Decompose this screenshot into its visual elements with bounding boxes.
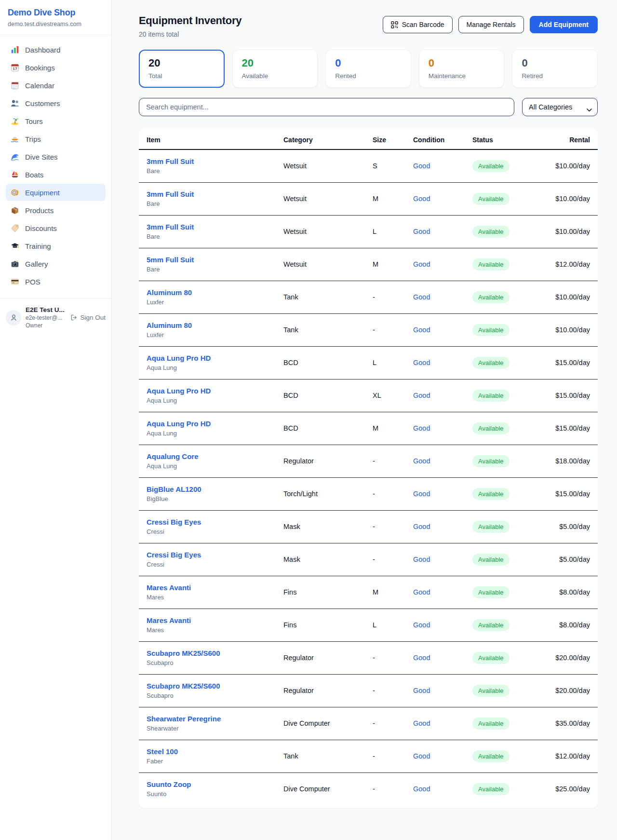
item-condition-link[interactable]: Good	[413, 228, 430, 235]
item-category: Tank	[276, 313, 365, 346]
header-buttons: Scan Barcode Manage Rentals Add Equipmen…	[383, 14, 598, 33]
item-brand: Cressi	[147, 561, 272, 568]
item-condition-link[interactable]: Good	[413, 654, 430, 662]
item-name-link[interactable]: Aluminum 80	[147, 288, 272, 297]
item-name-link[interactable]: 3mm Full Suit	[147, 157, 272, 165]
stat-card-retired[interactable]: 0Retired	[512, 50, 598, 88]
sidebar-item-tours[interactable]: Tours	[6, 112, 106, 130]
item-brand: Bare	[147, 200, 272, 207]
sidebar-item-bookings[interactable]: 17Bookings	[6, 59, 106, 76]
item-rental: $15.00/day	[542, 379, 598, 412]
wave-icon	[11, 152, 19, 161]
scan-barcode-button[interactable]: Scan Barcode	[383, 16, 453, 33]
sidebar-item-training[interactable]: Training	[6, 237, 106, 255]
sidebar-item-products[interactable]: Products	[6, 202, 106, 219]
item-name-link[interactable]: Aluminum 80	[147, 321, 272, 329]
item-condition-link[interactable]: Good	[413, 555, 430, 563]
item-condition-link[interactable]: Good	[413, 752, 430, 760]
item-name-link[interactable]: Mares Avanti	[147, 616, 272, 624]
status-badge: Available	[472, 488, 510, 500]
status-badge: Available	[472, 554, 510, 566]
search-input[interactable]	[139, 98, 514, 116]
sidebar-item-pos[interactable]: POS	[6, 273, 106, 290]
brand[interactable]: Demo Dive Shop demo.test.divestreams.com	[0, 0, 111, 35]
table-row: 5mm Full SuitBareWetsuitMGoodAvailable$1…	[139, 248, 598, 281]
item-condition-link[interactable]: Good	[413, 162, 430, 170]
item-name-link[interactable]: Cressi Big Eyes	[147, 518, 272, 526]
item-condition-link[interactable]: Good	[413, 687, 430, 694]
column-header-status: Status	[465, 129, 542, 149]
item-condition-link[interactable]: Good	[413, 195, 430, 203]
table-row: Mares AvantiMaresFinsMGoodAvailable$8.00…	[139, 576, 598, 609]
item-category: Wetsuit	[276, 248, 365, 281]
item-condition-link[interactable]: Good	[413, 457, 430, 465]
stat-card-total[interactable]: 20Total	[139, 50, 225, 88]
item-condition-link[interactable]: Good	[413, 785, 430, 793]
sidebar-item-dive-sites[interactable]: Dive Sites	[6, 148, 106, 165]
manage-rentals-button[interactable]: Manage Rentals	[458, 16, 524, 33]
table-row: Shearwater PeregrineShearwaterDive Compu…	[139, 707, 598, 740]
sidebar-item-label: Calendar	[25, 81, 54, 90]
sidebar-item-boats[interactable]: Boats	[6, 166, 106, 183]
item-name-link[interactable]: 3mm Full Suit	[147, 190, 272, 198]
item-name-link[interactable]: Aqua Lung Pro HD	[147, 420, 272, 428]
item-category: Wetsuit	[276, 182, 365, 215]
item-condition-link[interactable]: Good	[413, 359, 430, 366]
item-rental: $5.00/day	[542, 510, 598, 543]
item-category: BCD	[276, 379, 365, 412]
item-condition-link[interactable]: Good	[413, 326, 430, 334]
table-row: Cressi Big EyesCressiMask-GoodAvailable$…	[139, 510, 598, 543]
item-condition-link[interactable]: Good	[413, 621, 430, 629]
sign-out-button[interactable]: Sign Out	[70, 314, 106, 321]
sidebar-item-trips[interactable]: Trips	[6, 130, 106, 148]
sidebar-item-gallery[interactable]: Gallery	[6, 255, 106, 272]
item-name-link[interactable]: Aqua Lung Pro HD	[147, 354, 272, 362]
sidebar-item-dashboard[interactable]: Dashboard	[6, 41, 106, 58]
sidebar-item-calendar[interactable]: Calendar	[6, 77, 106, 94]
item-name-link[interactable]: Scubapro MK25/S600	[147, 649, 272, 657]
user-meta: E2E Test U... e2e-tester@... Owner	[26, 306, 66, 329]
item-brand: BigBlue	[147, 495, 272, 502]
item-condition-link[interactable]: Good	[413, 523, 430, 530]
item-condition-link[interactable]: Good	[413, 424, 430, 432]
item-name-link[interactable]: BigBlue AL1200	[147, 485, 272, 493]
add-equipment-button[interactable]: Add Equipment	[530, 16, 598, 33]
table-row: Aqua Lung Pro HDAqua LungBCDMGoodAvailab…	[139, 412, 598, 445]
status-badge: Available	[472, 422, 510, 434]
item-name-link[interactable]: 5mm Full Suit	[147, 256, 272, 264]
table-row: Mares AvantiMaresFinsLGoodAvailable$8.00…	[139, 609, 598, 641]
avatar	[6, 310, 21, 325]
status-badge: Available	[472, 718, 510, 730]
item-name-link[interactable]: Cressi Big Eyes	[147, 551, 272, 559]
item-condition-link[interactable]: Good	[413, 719, 430, 727]
sidebar-item-label: Dashboard	[25, 46, 60, 54]
item-name-link[interactable]: Mares Avanti	[147, 583, 272, 592]
category-select[interactable]: All Categories	[522, 98, 598, 116]
sidebar-item-discounts[interactable]: Discounts	[6, 219, 106, 237]
brand-name[interactable]: Demo Dive Shop	[8, 8, 104, 18]
item-rental: $35.00/day	[542, 707, 598, 740]
item-name-link[interactable]: 3mm Full Suit	[147, 223, 272, 231]
sidebar-item-equipment[interactable]: Equipment	[6, 184, 106, 201]
stat-card-rented[interactable]: 0Rented	[325, 50, 411, 88]
item-name-link[interactable]: Steel 100	[147, 747, 272, 756]
sidebar-nav: Dashboard17BookingsCalendarCustomersTour…	[0, 35, 111, 293]
item-name-link[interactable]: Aqualung Core	[147, 452, 272, 461]
stat-card-maintenance[interactable]: 0Maintenance	[419, 50, 505, 88]
item-name-link[interactable]: Scubapro MK25/S600	[147, 682, 272, 690]
stat-card-available[interactable]: 20Available	[232, 50, 318, 88]
item-condition-link[interactable]: Good	[413, 260, 430, 268]
status-badge: Available	[472, 783, 510, 795]
item-name-link[interactable]: Aqua Lung Pro HD	[147, 387, 272, 395]
item-condition-link[interactable]: Good	[413, 392, 430, 399]
tag-icon	[11, 224, 19, 232]
item-size: -	[365, 707, 405, 740]
status-badge: Available	[472, 226, 510, 238]
item-condition-link[interactable]: Good	[413, 588, 430, 596]
table-header-row: ItemCategorySizeConditionStatusRental	[139, 129, 598, 149]
item-name-link[interactable]: Suunto Zoop	[147, 780, 272, 788]
item-condition-link[interactable]: Good	[413, 293, 430, 301]
item-condition-link[interactable]: Good	[413, 490, 430, 498]
sidebar-item-customers[interactable]: Customers	[6, 95, 106, 112]
item-name-link[interactable]: Shearwater Peregrine	[147, 715, 272, 723]
